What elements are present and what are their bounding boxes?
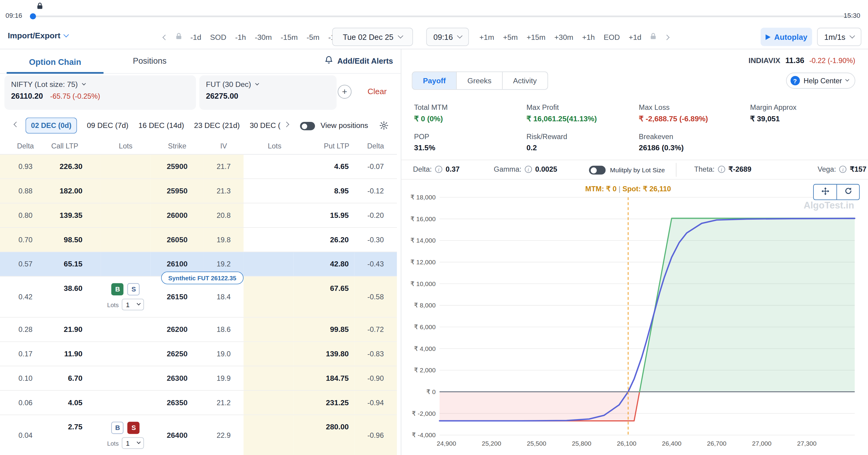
tab-greeks[interactable]: Greeks [456, 72, 502, 89]
call-ltp[interactable]: 182.00 [51, 179, 101, 203]
option-row[interactable]: 0.106.702630019.9184.75-0.90 [0, 366, 397, 391]
step-back-button[interactable]: -30m [255, 33, 272, 41]
option-row[interactable]: 0.93226.302590021.74.65-0.07 [0, 154, 397, 179]
info-icon[interactable]: i [718, 166, 725, 173]
option-row[interactable]: 0.042.75BSLots12640022.9280.00-0.96 [0, 415, 397, 455]
step-forward-button[interactable]: +15m [527, 33, 546, 41]
instrument-selector[interactable]: NIFTY (Lot size: 75) 26110.20 -65.75 (-0… [4, 76, 196, 110]
put-lots[interactable] [244, 366, 293, 390]
option-row[interactable]: 0.80139.352600020.815.95-0.20 [0, 203, 397, 228]
put-ltp[interactable]: 8.95 [293, 179, 354, 203]
step-forward-button[interactable]: +5m [503, 33, 518, 41]
expiry-chip[interactable]: 23 DEC (21d) [194, 118, 240, 133]
lots-dropdown[interactable]: 1 [122, 299, 144, 311]
expiry-chip[interactable]: 09 DEC (7d) [87, 118, 128, 133]
put-lots[interactable] [244, 252, 293, 276]
expiry-chip[interactable]: 30 DEC ( [250, 118, 281, 133]
call-lots[interactable] [101, 252, 150, 276]
put-ltp[interactable]: 15.95 [293, 203, 354, 227]
add-instrument-button[interactable]: + [338, 85, 351, 99]
gear-icon[interactable] [379, 121, 389, 133]
call-lots[interactable]: BSLots1 [101, 415, 150, 455]
timeline-marker-icon[interactable] [36, 2, 43, 12]
option-row[interactable]: 0.064.052635021.2231.25-0.94 [0, 391, 397, 415]
step-back-button[interactable]: -1h [235, 33, 246, 41]
step-forward-button[interactable]: +1m [479, 33, 494, 41]
call-lots[interactable] [101, 366, 150, 390]
call-lots[interactable] [101, 179, 150, 203]
call-lots[interactable] [101, 228, 150, 252]
help-center-button[interactable]: ? Help Center [786, 73, 855, 89]
put-lots[interactable] [244, 342, 293, 366]
put-ltp[interactable]: 42.80 [293, 252, 354, 276]
sell-button[interactable]: S [127, 283, 140, 295]
sell-button[interactable]: S [127, 422, 140, 434]
chevron-right-icon[interactable] [664, 34, 670, 40]
put-lots[interactable] [244, 179, 293, 203]
call-lots[interactable] [101, 342, 150, 366]
option-row[interactable]: 0.1711.902625019.0139.80-0.83 [0, 342, 397, 366]
expiry-chip[interactable]: 02 DEC (0d) [25, 117, 77, 133]
info-icon[interactable]: i [435, 166, 442, 173]
call-lots[interactable] [101, 317, 150, 341]
tab-positions[interactable]: Positions [133, 56, 167, 65]
put-ltp[interactable]: 67.65 [293, 277, 354, 317]
put-lots[interactable] [244, 203, 293, 227]
put-ltp[interactable]: 231.25 [293, 391, 354, 415]
clear-button[interactable]: Clear [368, 87, 387, 96]
call-ltp[interactable]: 6.70 [51, 366, 101, 390]
put-ltp[interactable]: 184.75 [293, 366, 354, 390]
lots-dropdown[interactable]: 1 [122, 437, 144, 449]
chevron-left-icon[interactable] [162, 34, 168, 40]
step-back-button[interactable]: -15m [281, 33, 298, 41]
future-selector[interactable]: FUT (30 Dec) 26275.00 [199, 76, 337, 110]
tab-option-chain[interactable]: Option Chain [7, 49, 103, 74]
step-forward-button[interactable]: EOD [604, 33, 620, 41]
date-selector[interactable]: Tue 02 Dec 25 [332, 28, 413, 46]
call-ltp[interactable]: 11.90 [51, 342, 101, 366]
info-icon[interactable]: i [839, 166, 846, 173]
reset-chart-button[interactable] [836, 184, 859, 200]
option-row[interactable]: 0.7098.502605019.826.20-0.30 [0, 228, 397, 252]
call-ltp[interactable]: 21.90 [51, 317, 101, 341]
buy-button[interactable]: B [112, 422, 124, 434]
put-ltp[interactable]: 4.65 [293, 154, 354, 178]
call-ltp[interactable]: 2.75 [51, 415, 101, 455]
payoff-chart[interactable]: ₹ 18,000₹ 16,000₹ 14,000₹ 12,000₹ 10,000… [401, 180, 868, 455]
step-forward-button[interactable]: +1h [582, 33, 595, 41]
put-lots[interactable] [244, 154, 293, 178]
autoplay-button[interactable]: Autoplay [761, 28, 812, 46]
put-lots[interactable] [244, 277, 293, 317]
pan-move-button[interactable] [814, 184, 836, 200]
put-ltp[interactable]: 280.00 [293, 415, 354, 455]
put-lots[interactable] [244, 415, 293, 455]
step-back-button[interactable]: -1d [190, 33, 201, 41]
step-back-button[interactable]: -5m [307, 33, 319, 41]
expiry-next-icon[interactable] [284, 122, 289, 127]
time-selector[interactable]: 09:16 [426, 28, 469, 46]
speed-selector[interactable]: 1m/1s [817, 28, 861, 46]
tab-activity[interactable]: Activity [502, 72, 547, 89]
call-ltp[interactable]: 139.35 [51, 203, 101, 227]
put-lots[interactable] [244, 228, 293, 252]
call-lots[interactable]: BSLots1 [101, 277, 150, 317]
call-lots[interactable] [101, 154, 150, 178]
view-positions-toggle[interactable] [300, 122, 315, 130]
call-ltp[interactable]: 98.50 [51, 228, 101, 252]
lot-size-toggle[interactable] [589, 166, 606, 174]
step-forward-button[interactable]: +30m [554, 33, 573, 41]
call-ltp[interactable]: 226.30 [51, 154, 101, 178]
option-row[interactable]: 0.88182.002595021.38.95-0.12 [0, 179, 397, 203]
put-lots[interactable] [244, 391, 293, 415]
call-ltp[interactable]: 4.05 [51, 391, 101, 415]
import-export-button[interactable]: Import/Export [8, 31, 68, 40]
call-lots[interactable] [101, 391, 150, 415]
step-back-button[interactable]: SOD [210, 33, 226, 41]
buy-button[interactable]: B [112, 283, 124, 295]
tab-payoff[interactable]: Payoff [412, 72, 456, 89]
timeline-thumb[interactable] [30, 13, 36, 19]
put-ltp[interactable]: 26.20 [293, 228, 354, 252]
put-ltp[interactable]: 99.85 [293, 317, 354, 341]
call-ltp[interactable]: 65.15 [51, 252, 101, 276]
timeline-track[interactable] [30, 16, 854, 17]
